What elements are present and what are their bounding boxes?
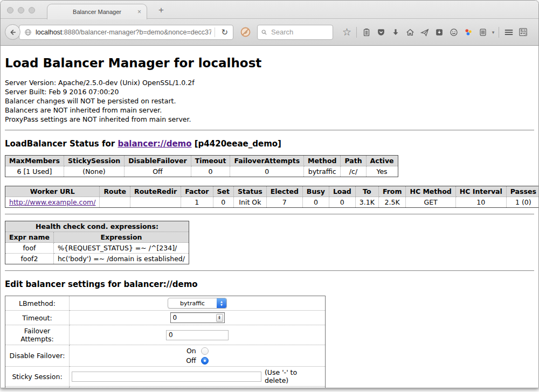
new-tab-button[interactable]: + (155, 5, 168, 16)
content-blocker-icon[interactable] (240, 26, 251, 38)
paper-plane-icon (420, 27, 430, 37)
reading-list-button[interactable] (359, 24, 374, 40)
status-heading-suffix: [p4420eeae_demo] (192, 139, 281, 149)
balancer-status-table: MaxMembers StickySession DisableFailover… (5, 155, 398, 177)
color-dots-icon (464, 27, 473, 37)
column-header: Worker URL (5, 186, 100, 197)
home-button[interactable] (403, 24, 417, 40)
smiley-icon (449, 27, 459, 37)
pocket-button[interactable] (374, 24, 388, 40)
bookmark-star-button[interactable]: ☆ (340, 24, 354, 40)
column-header: Factor (181, 186, 213, 197)
download-arrow-icon (391, 27, 400, 37)
worker-row: http://www.example.com/ 1 0 Init Ok 7 0 … (5, 197, 539, 208)
search-icon (261, 29, 267, 36)
hamburger-menu-icon (503, 27, 514, 37)
cell-hc-method: GET (406, 197, 455, 208)
sticky-session-label: Sticky Session: (5, 367, 70, 387)
search-bar[interactable] (257, 25, 333, 40)
column-header: Method (304, 156, 341, 166)
separator (5, 214, 534, 215)
column-header: To (355, 186, 378, 197)
window-zoom-button[interactable] (29, 7, 35, 13)
tab-title: Balancer Manager (73, 9, 121, 15)
column-header: Path (341, 156, 366, 166)
cell-factor: 1 (181, 197, 213, 208)
cell-expression: %{REQUEST_STATUS} =~ /^[234]/ (53, 243, 189, 254)
column-header: Load (329, 186, 355, 197)
chat-button[interactable] (446, 24, 461, 40)
cell-set: 0 (213, 197, 233, 208)
search-input[interactable] (270, 27, 329, 37)
radio-off-label: Off (186, 356, 196, 365)
page-title: Load Balancer Manager for localhost (5, 56, 534, 70)
column-header: Expr name (5, 232, 54, 243)
edit-settings-heading: Edit balancer settings for balancer://de… (5, 279, 534, 289)
notice-line: Balancers are NOT inherited from main se… (5, 106, 534, 115)
cell-expression: hc('body') =~ /domain is established/ (53, 254, 189, 264)
edit-balancer-form: LBmethod: bytraffic ▲▼ Timeout: ▲▼ (5, 296, 326, 388)
pocket-icon (376, 27, 386, 37)
cell-load: 0 (329, 197, 355, 208)
cell-failoverattempts: 0 (230, 166, 304, 177)
cell-route (100, 197, 130, 208)
menu-button[interactable] (501, 24, 516, 40)
table-title-row: Health check cond. expressions: (5, 221, 189, 232)
extension-colors-button[interactable] (461, 24, 475, 40)
sticky-session-note: (Use '-' to delete) (265, 368, 323, 384)
column-header: Elected (266, 186, 302, 197)
download-button[interactable] (388, 24, 403, 40)
container-icon (478, 27, 488, 37)
reload-button[interactable]: ↻ (218, 27, 231, 37)
container-button[interactable] (475, 24, 490, 40)
failover-attempts-input[interactable] (166, 330, 229, 340)
form-row-add-worker: Add New Worker: Are you sure? (5, 387, 326, 389)
tab-balancer-manager[interactable]: Balancer Manager × (47, 4, 147, 19)
server-info: Server Version: Apache/2.5.0-dev (Unix) … (5, 78, 534, 124)
window-close-button[interactable] (7, 7, 13, 13)
worker-url-link[interactable]: http://www.example.com/ (9, 198, 95, 206)
table-header-row: Expr name Expression (5, 232, 189, 243)
window-minimize-button[interactable] (18, 7, 24, 13)
table-header-row: MaxMembers StickySession DisableFailover… (5, 156, 398, 166)
lbmethod-label: LBmethod: (5, 296, 70, 311)
urlbar-divider (215, 27, 215, 37)
notice-line: ProxyPass settings are NOT inherited fro… (5, 115, 534, 124)
separator (5, 130, 534, 131)
server-version-line: Server Version: Apache/2.5.0-dev (Unix) … (5, 78, 534, 87)
cell-expr-name: foof2 (5, 254, 54, 264)
add-worker-label: Add New Worker: (5, 387, 70, 389)
save-panel-button[interactable] (432, 24, 446, 40)
cell-maxmembers: 6 [1 Used] (5, 166, 64, 177)
sticky-session-input[interactable] (72, 372, 261, 382)
server-built-line: Server Built: Feb 9 2016 07:00:20 (5, 87, 534, 96)
cell-from: 2.5K (378, 197, 406, 208)
toolbar-overflow-caret-icon[interactable]: ▾ (490, 30, 496, 35)
cell-method: bytraffic (304, 166, 341, 177)
cell-disablefailover: Off (125, 166, 191, 177)
send-button[interactable] (417, 24, 432, 40)
timeout-input[interactable] (171, 314, 216, 321)
column-header: Expression (53, 232, 189, 243)
extension-panel-button[interactable] (516, 24, 530, 40)
url-bar[interactable]: localhost:8880/balancer-manager?b=demo&n… (19, 25, 233, 40)
expr-row: foof %{REQUEST_STATUS} =~ /^[234]/ (5, 243, 189, 254)
tab-close-icon[interactable]: × (137, 8, 141, 16)
cell-active: Yes (366, 166, 398, 177)
lbmethod-select[interactable]: bytraffic ▲▼ (168, 298, 227, 309)
balancer-demo-link[interactable]: balancer://demo (118, 139, 191, 149)
column-header: From (378, 186, 406, 197)
timeout-label: Timeout: (5, 311, 70, 325)
radio-off[interactable] (201, 357, 209, 365)
tab-bar: Balancer Manager × + (1, 1, 538, 19)
disable-failover-label: Disable Failover: (5, 345, 70, 367)
column-header: FailoverAttempts (230, 156, 304, 166)
back-button[interactable] (5, 24, 20, 40)
column-header: Passes (506, 186, 538, 197)
column-header: HC Method (406, 186, 455, 197)
cell-busy: 0 (302, 197, 329, 208)
number-stepper-icon[interactable]: ▲▼ (216, 314, 223, 322)
column-header: DisableFailover (125, 156, 191, 166)
url-path: :8880/balancer-manager?b=demo&nonce=decc… (62, 29, 211, 36)
radio-on[interactable] (201, 347, 209, 355)
